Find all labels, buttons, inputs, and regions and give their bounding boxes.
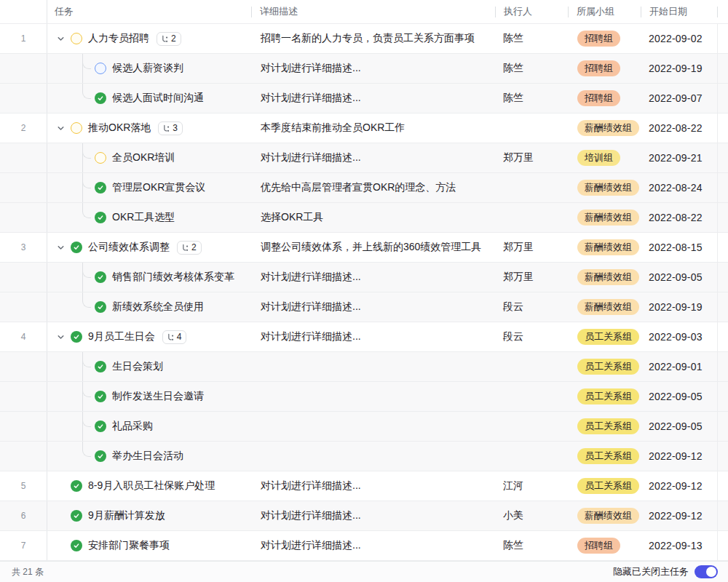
- task-title[interactable]: 9月薪酬计算发放: [88, 509, 165, 522]
- table-row[interactable]: 58-9月入职员工社保账户处理对计划进行详细描述...江河员工关系组2022-0…: [0, 471, 728, 501]
- start-date[interactable]: 2022-09-05: [641, 263, 717, 292]
- task-title[interactable]: 制作发送生日会邀请: [112, 390, 204, 403]
- status-done-icon[interactable]: [71, 242, 82, 253]
- group-tag[interactable]: 薪酬绩效组: [577, 269, 639, 285]
- group-tag[interactable]: 员工关系组: [577, 388, 639, 404]
- group-tag[interactable]: 招聘组: [577, 60, 620, 76]
- group-cell[interactable]: 员工关系组: [568, 352, 641, 381]
- table-row[interactable]: 候选人薪资谈判对计划进行详细描述...陈竺招聘组2022-09-19: [0, 54, 728, 84]
- group-tag[interactable]: 招聘组: [577, 31, 620, 47]
- task-owner[interactable]: 陈竺: [495, 84, 568, 113]
- start-date[interactable]: 2022-08-22: [641, 203, 717, 232]
- task-title[interactable]: 候选人面试时间沟通: [112, 92, 204, 105]
- table-row[interactable]: 候选人面试时间沟通对计划进行详细描述...陈竺招聘组2022-09-07: [0, 84, 728, 113]
- group-tag[interactable]: 培训组: [577, 150, 620, 166]
- task-owner[interactable]: [495, 412, 568, 441]
- task-owner[interactable]: 段云: [495, 292, 568, 322]
- start-date[interactable]: 2022-09-01: [641, 352, 717, 381]
- status-done-icon[interactable]: [95, 301, 106, 313]
- status-todo-icon[interactable]: [71, 122, 82, 134]
- task-title[interactable]: 全员OKR培训: [112, 151, 175, 164]
- start-date[interactable]: 2022-09-19: [641, 54, 717, 83]
- task-title[interactable]: 9月员工生日会: [88, 330, 155, 343]
- status-done-icon[interactable]: [71, 540, 82, 551]
- task-cell[interactable]: 8-9月入职员工社保账户处理: [47, 471, 251, 501]
- group-tag[interactable]: 员工关系组: [577, 418, 639, 434]
- group-cell[interactable]: 招聘组: [568, 24, 641, 53]
- table-row[interactable]: 举办生日会活动员工关系组2022-09-12: [0, 442, 728, 471]
- status-done-icon[interactable]: [95, 182, 106, 194]
- task-description[interactable]: 对计划进行详细描述...: [251, 263, 495, 292]
- task-description[interactable]: 对计划进行详细描述...: [251, 531, 495, 560]
- task-owner[interactable]: 江河: [495, 471, 568, 501]
- task-owner[interactable]: 陈竺: [495, 24, 568, 53]
- group-tag[interactable]: 薪酬绩效组: [577, 180, 639, 196]
- group-tag[interactable]: 员工关系组: [577, 448, 639, 464]
- task-owner[interactable]: [495, 113, 568, 143]
- table-row[interactable]: 1人力专员招聘2招聘一名新的人力专员，负责员工关系方面事项陈竺招聘组2022-0…: [0, 24, 728, 54]
- task-owner[interactable]: 郑万里: [495, 263, 568, 292]
- task-description[interactable]: [251, 412, 495, 441]
- group-cell[interactable]: 员工关系组: [568, 471, 641, 501]
- status-done-icon[interactable]: [95, 212, 106, 223]
- table-row[interactable]: 生日会策划员工关系组2022-09-01: [0, 352, 728, 382]
- start-date[interactable]: 2022-09-02: [641, 24, 717, 53]
- group-tag[interactable]: 薪酬绩效组: [577, 299, 639, 315]
- header-group[interactable]: 所属小组: [568, 0, 641, 23]
- task-title[interactable]: 候选人薪资谈判: [112, 62, 183, 75]
- group-tag[interactable]: 招聘组: [577, 538, 620, 554]
- task-title[interactable]: 销售部门绩效考核体系变革: [112, 271, 234, 284]
- group-tag[interactable]: 薪酬绩效组: [577, 210, 639, 226]
- table-row[interactable]: 2推动OKR落地3本季度结束前推动全员OKR工作薪酬绩效组2022-08-22: [0, 113, 728, 143]
- task-owner[interactable]: 陈竺: [495, 54, 568, 83]
- subtask-count-badge[interactable]: 2: [157, 32, 181, 46]
- status-done-icon[interactable]: [95, 420, 106, 432]
- table-row[interactable]: OKR工具选型选择OKR工具薪酬绩效组2022-08-22: [0, 203, 728, 233]
- task-cell[interactable]: 举办生日会活动: [47, 442, 251, 471]
- task-cell[interactable]: OKR工具选型: [47, 203, 251, 232]
- subtask-count-badge[interactable]: 4: [162, 330, 187, 344]
- task-description[interactable]: 对计划进行详细描述...: [251, 322, 495, 351]
- task-description[interactable]: 对计划进行详细描述...: [251, 292, 495, 322]
- task-owner[interactable]: [495, 442, 568, 471]
- task-owner[interactable]: 段云: [495, 322, 568, 351]
- chevron-down-icon[interactable]: [56, 243, 65, 252]
- task-description[interactable]: 选择OKR工具: [251, 203, 495, 232]
- group-cell[interactable]: 薪酬绩效组: [568, 263, 641, 292]
- status-done-icon[interactable]: [71, 510, 82, 522]
- table-row[interactable]: 管理层OKR宣贯会议优先给中高层管理者宣贯OKR的理念、方法薪酬绩效组2022-…: [0, 173, 728, 203]
- group-cell[interactable]: 招聘组: [568, 84, 641, 113]
- task-title[interactable]: OKR工具选型: [112, 211, 175, 224]
- task-owner[interactable]: 郑万里: [495, 233, 568, 262]
- task-cell[interactable]: 推动OKR落地3: [47, 113, 251, 143]
- status-inprogress-icon[interactable]: [95, 63, 106, 74]
- group-cell[interactable]: 薪酬绩效组: [568, 292, 641, 322]
- start-date[interactable]: 2022-08-15: [641, 233, 717, 262]
- status-done-icon[interactable]: [95, 271, 106, 283]
- task-cell[interactable]: 管理层OKR宣贯会议: [47, 173, 251, 202]
- task-title[interactable]: 8-9月入职员工社保账户处理: [88, 479, 215, 493]
- task-owner[interactable]: [495, 352, 568, 381]
- task-title[interactable]: 安排部门聚餐事项: [88, 539, 170, 552]
- start-date[interactable]: 2022-09-12: [641, 442, 717, 471]
- start-date[interactable]: 2022-08-24: [641, 173, 717, 202]
- table-row[interactable]: 销售部门绩效考核体系变革对计划进行详细描述...郑万里薪酬绩效组2022-09-…: [0, 263, 728, 292]
- group-tag[interactable]: 员工关系组: [577, 359, 639, 375]
- group-cell[interactable]: 招聘组: [568, 531, 641, 560]
- task-description[interactable]: 本季度结束前推动全员OKR工作: [251, 113, 495, 143]
- start-date[interactable]: 2022-09-03: [641, 322, 717, 351]
- group-cell[interactable]: 员工关系组: [568, 412, 641, 441]
- task-cell[interactable]: 礼品采购: [47, 412, 251, 441]
- header-task[interactable]: 任务: [47, 0, 251, 23]
- group-tag[interactable]: 薪酬绩效组: [577, 120, 639, 136]
- start-date[interactable]: 2022-09-05: [641, 382, 717, 411]
- group-cell[interactable]: 培训组: [568, 143, 641, 172]
- task-cell[interactable]: 全员OKR培训: [47, 143, 251, 172]
- task-title[interactable]: 新绩效系统全员使用: [112, 300, 204, 314]
- status-done-icon[interactable]: [95, 450, 106, 462]
- task-description[interactable]: 对计划进行详细描述...: [251, 501, 495, 530]
- task-owner[interactable]: [495, 173, 568, 202]
- group-cell[interactable]: 员工关系组: [568, 442, 641, 471]
- task-description[interactable]: [251, 382, 495, 411]
- task-cell[interactable]: 候选人薪资谈判: [47, 54, 251, 83]
